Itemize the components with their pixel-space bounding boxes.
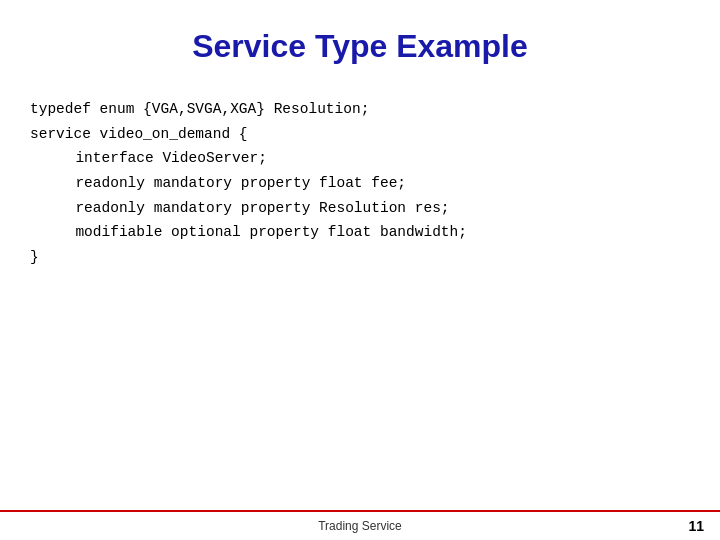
footer-center-text: Trading Service <box>318 519 402 533</box>
code-line-5: readonly mandatory property Resolution r… <box>30 196 690 221</box>
code-line-2: service video_on_demand { <box>30 122 690 147</box>
code-line-6: modifiable optional property float bandw… <box>30 220 690 245</box>
code-block: typedef enum {VGA,SVGA,XGA} Resolution; … <box>0 89 720 269</box>
title-text: Service Type Example <box>0 28 720 65</box>
code-line-3: interface VideoServer; <box>30 146 690 171</box>
code-line-1: typedef enum {VGA,SVGA,XGA} Resolution; <box>30 97 690 122</box>
slide-title: Service Type Example <box>0 0 720 89</box>
footer: Trading Service 11 <box>0 510 720 540</box>
code-line-4: readonly mandatory property float fee; <box>30 171 690 196</box>
code-line-7: } <box>30 245 690 270</box>
footer-page-number: 11 <box>624 518 704 534</box>
slide: Service Type Example typedef enum {VGA,S… <box>0 0 720 540</box>
